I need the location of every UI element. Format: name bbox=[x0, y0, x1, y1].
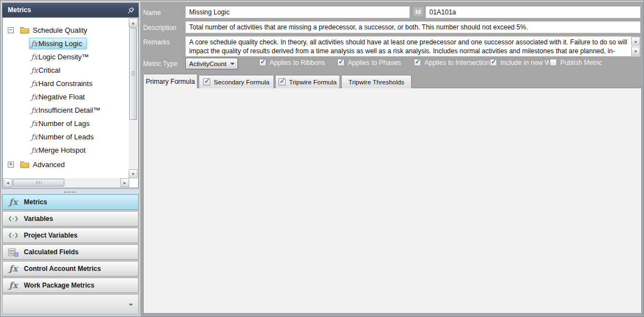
tree-item-hard-constraints[interactable]: Hard Constraints bbox=[29, 78, 98, 89]
tab-label: Primary Formula bbox=[146, 78, 195, 85]
nav-label: Variables bbox=[24, 215, 53, 223]
chevron-down-icon bbox=[230, 63, 235, 65]
scroll-left-button[interactable] bbox=[3, 178, 12, 187]
checkbox-icon bbox=[337, 59, 344, 66]
auto-hide-pin-icon[interactable] bbox=[128, 7, 135, 14]
vscroll-thumb[interactable] bbox=[129, 28, 137, 120]
applies-to-phases-checkbox[interactable]: Applies to Phases bbox=[337, 58, 401, 67]
checkbox-label: Applies to Phases bbox=[348, 59, 401, 67]
sidebar-item-metrics[interactable]: Metrics bbox=[2, 194, 139, 210]
description-input[interactable]: Total number of activities that are miss… bbox=[185, 21, 641, 33]
tree-item-label: Number of Lags bbox=[38, 119, 90, 128]
remarks-label: Remarks bbox=[143, 38, 170, 46]
tab-label: Tripwire Thresholds bbox=[348, 79, 404, 85]
nav-label: Metrics bbox=[24, 198, 47, 206]
checkbox-icon bbox=[414, 59, 421, 66]
description-value: Total number of activities that are miss… bbox=[189, 23, 528, 31]
fx-icon bbox=[31, 53, 38, 61]
fx-icon bbox=[8, 264, 19, 274]
applies-to-intersection-checkbox[interactable]: Applies to Intersection bbox=[414, 58, 490, 67]
fx-icon bbox=[8, 197, 19, 207]
fx-icon bbox=[31, 79, 38, 88]
primary-formula-panel bbox=[143, 88, 642, 314]
collapse-icon[interactable] bbox=[8, 27, 14, 33]
metric-type-dropdown[interactable]: ActivityCount bbox=[185, 58, 238, 69]
tree-folder-label: Schedule Quality bbox=[33, 26, 87, 34]
fx-icon bbox=[31, 66, 38, 74]
variables-icon bbox=[8, 215, 19, 223]
fx-icon bbox=[31, 39, 38, 48]
tree-item-negative-float[interactable]: Negative Float bbox=[29, 91, 90, 103]
fx-icon bbox=[8, 280, 19, 290]
thumb-grip bbox=[131, 72, 135, 76]
tree-item-number-of-leads[interactable]: Number of Leads bbox=[29, 131, 99, 143]
checkbox-icon[interactable] bbox=[203, 78, 210, 85]
tree-item-label: Missing Logic bbox=[38, 39, 82, 48]
tab-tripwire-formula[interactable]: Tripwire Formula bbox=[275, 75, 340, 88]
fx-icon bbox=[31, 146, 38, 154]
tab-primary-formula[interactable]: Primary Formula bbox=[143, 74, 197, 88]
tab-tripwire-thresholds[interactable]: Tripwire Thresholds bbox=[341, 75, 412, 88]
nav-overflow-area bbox=[2, 294, 139, 314]
tree-item-critical[interactable]: Critical bbox=[29, 64, 65, 76]
folder-icon bbox=[20, 160, 29, 168]
tree-folder-advanced[interactable]: Advanced bbox=[20, 159, 65, 170]
calculated-fields-icon bbox=[8, 248, 19, 256]
tree-item-missing-logic[interactable]: Missing Logic bbox=[29, 38, 87, 49]
app-window: Metrics Schedule Quality Missing Logic bbox=[0, 0, 644, 317]
name-value: Missing Logic bbox=[189, 8, 230, 16]
variables-icon bbox=[8, 232, 19, 239]
tab-label: Secondary Formula bbox=[214, 79, 269, 85]
tree-item-label: Critical bbox=[38, 66, 60, 74]
tree-item-insufficient-detail[interactable]: Insufficient Detail™ bbox=[29, 104, 105, 116]
nav-overflow-button[interactable] bbox=[129, 304, 133, 306]
fx-icon bbox=[31, 106, 38, 114]
fx-icon bbox=[31, 119, 38, 128]
checkbox-label: Include in new Workbo bbox=[500, 59, 549, 67]
name-input[interactable]: Missing Logic bbox=[185, 6, 410, 18]
tree-item-label: Merge Hotspot bbox=[38, 146, 85, 154]
tree-item-label: Hard Constraints bbox=[38, 79, 93, 88]
nav-label: Work Package Metrics bbox=[24, 281, 94, 289]
description-label: Description bbox=[143, 24, 176, 32]
scroll-right-button[interactable] bbox=[120, 178, 129, 187]
applies-to-ribbons-checkbox[interactable]: Applies to Ribbons bbox=[259, 58, 325, 67]
sidebar-item-project-variables[interactable]: Project Variables bbox=[2, 228, 139, 243]
include-in-new-workbooks-checkbox[interactable]: Include in new Workbo bbox=[490, 58, 549, 67]
fx-icon bbox=[31, 133, 38, 141]
id-input[interactable]: 01A101a bbox=[425, 6, 641, 18]
checkbox-icon bbox=[259, 59, 266, 66]
checkbox-label: Publish Metric bbox=[560, 59, 602, 67]
checkbox-label: Applies to Ribbons bbox=[270, 59, 325, 67]
remarks-scroll-up-button[interactable] bbox=[631, 37, 640, 46]
publish-metric-checkbox[interactable]: Publish Metric bbox=[550, 58, 602, 67]
tree-item-label: Insufficient Detail™ bbox=[38, 106, 100, 114]
sidebar-item-work-package-metrics[interactable]: Work Package Metrics bbox=[2, 278, 139, 293]
folder-icon bbox=[20, 26, 29, 34]
sidebar-item-calculated-fields[interactable]: Calculated Fields bbox=[2, 244, 139, 260]
metrics-tree: Schedule Quality Missing Logic Logic Den… bbox=[2, 17, 139, 188]
sidebar-item-control-account-metrics[interactable]: Control Account Metrics bbox=[2, 261, 139, 276]
remarks-scroll-down-button[interactable] bbox=[631, 47, 640, 56]
tree-item-number-of-lags[interactable]: Number of Lags bbox=[29, 118, 95, 129]
nav-label: Calculated Fields bbox=[24, 248, 79, 256]
sidebar-item-variables[interactable]: Variables bbox=[2, 211, 139, 227]
splitter-handle[interactable] bbox=[2, 189, 139, 194]
checkbox-icon[interactable] bbox=[278, 78, 286, 85]
tree-item-merge-hotspot[interactable]: Merge Hotspot bbox=[29, 144, 90, 156]
hscroll-thumb[interactable] bbox=[13, 179, 64, 187]
nav-label: Control Account Metrics bbox=[24, 265, 101, 273]
tab-label: Tripwire Formula bbox=[289, 79, 337, 85]
scroll-down-button[interactable] bbox=[129, 169, 138, 178]
remarks-textarea[interactable]: A core schedule quality check. In theory… bbox=[185, 36, 641, 57]
tree-folder-schedule-quality[interactable]: Schedule Quality bbox=[20, 24, 87, 36]
nav-label: Project Variables bbox=[24, 232, 78, 239]
expand-icon[interactable] bbox=[8, 162, 14, 168]
tree-item-label: Number of Leads bbox=[38, 133, 94, 141]
tab-secondary-formula[interactable]: Secondary Formula bbox=[199, 75, 274, 88]
id-value: 01A101a bbox=[429, 8, 456, 16]
tree-item-logic-density[interactable]: Logic Density™ bbox=[29, 51, 94, 63]
metric-type-label: Metric Type bbox=[143, 60, 178, 68]
scroll-up-button[interactable] bbox=[129, 18, 138, 27]
sidebar-header: Metrics bbox=[2, 3, 139, 17]
